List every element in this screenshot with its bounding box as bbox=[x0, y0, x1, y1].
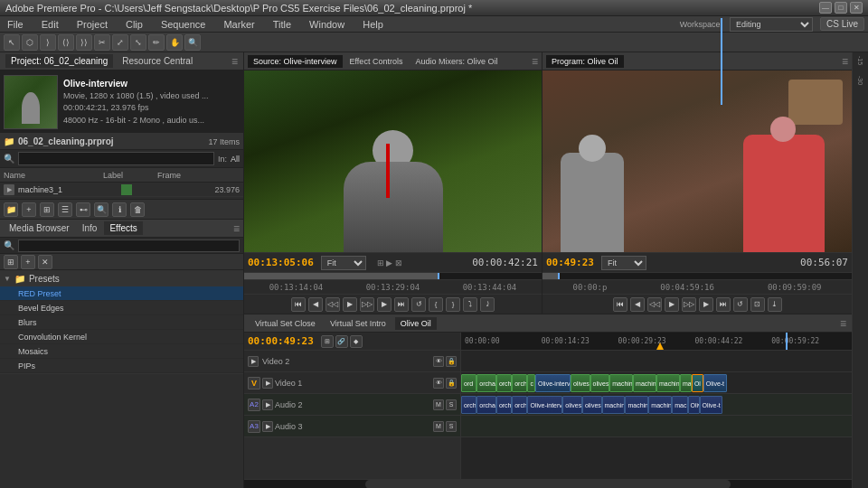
tool-hand[interactable]: ✋ bbox=[166, 34, 183, 51]
tab-program[interactable]: Program: Olive Oil bbox=[546, 55, 624, 68]
tab-media-browser[interactable]: Media Browser bbox=[4, 221, 75, 235]
tab-resource-central[interactable]: Resource Central bbox=[117, 54, 198, 68]
menu-window[interactable]: Window bbox=[306, 18, 348, 31]
clip-olive-interv[interactable]: Olive-interv bbox=[535, 374, 571, 392]
audio-clip-12[interactable]: Oliv bbox=[688, 396, 700, 414]
clip-machine4[interactable]: machine4 bbox=[609, 374, 633, 392]
clip-orchar1[interactable]: orchar bbox=[476, 374, 496, 392]
fast-fwd-btn[interactable]: ▷▷ bbox=[360, 297, 374, 312]
menu-title[interactable]: Title bbox=[269, 18, 295, 31]
tool-select[interactable]: ↖ bbox=[4, 34, 20, 51]
menu-sequence[interactable]: Sequence bbox=[157, 18, 210, 31]
tab-virtual-set-intro[interactable]: Virtual Set Intro bbox=[325, 317, 392, 330]
v1-eye-btn[interactable]: 👁 bbox=[433, 378, 444, 389]
a3-solo-btn[interactable]: S bbox=[446, 421, 457, 432]
clip-orchar2[interactable]: orchar bbox=[512, 374, 527, 392]
audio-clip-9[interactable]: machine3 bbox=[625, 396, 648, 414]
step-fwd-btn[interactable]: ⏭ bbox=[394, 297, 409, 312]
source-timeline-bar[interactable] bbox=[244, 272, 542, 279]
automate-button[interactable]: ⊷ bbox=[76, 202, 90, 217]
mark-out-btn[interactable]: } bbox=[446, 297, 460, 312]
menu-file[interactable]: File bbox=[4, 18, 27, 31]
new-custom-item-button[interactable]: + bbox=[21, 255, 35, 269]
audio-clip-6[interactable]: olives3_ bbox=[562, 396, 582, 414]
video1-toggle[interactable]: ▶ bbox=[262, 378, 273, 389]
tab-effect-controls[interactable]: Effect Controls bbox=[344, 55, 409, 68]
workspace-select[interactable]: Editing Color Correction Audio bbox=[730, 17, 813, 32]
prog-export-btn[interactable]: ⤓ bbox=[768, 297, 782, 312]
delete-button[interactable]: 🗑 bbox=[130, 202, 145, 217]
minimize-button[interactable]: — bbox=[819, 2, 832, 14]
link-button[interactable]: 🔗 bbox=[335, 335, 348, 348]
prev-edit-btn[interactable]: ◀ bbox=[308, 297, 323, 312]
mark-in-btn[interactable]: { bbox=[429, 297, 443, 312]
tool-rolling[interactable]: ⟨⟩ bbox=[58, 34, 74, 51]
menu-project[interactable]: Project bbox=[73, 18, 111, 31]
clip-machine1[interactable]: machine1 bbox=[656, 374, 680, 392]
snap-button[interactable]: ⊞ bbox=[321, 335, 334, 348]
clip-olives3[interactable]: olives3_ bbox=[571, 374, 590, 392]
audio3-toggle[interactable]: ▶ bbox=[262, 421, 273, 432]
next-edit-btn[interactable]: ▶ bbox=[377, 297, 392, 312]
info-button[interactable]: ℹ bbox=[112, 202, 127, 217]
prog-step-back-btn[interactable]: ⏮ bbox=[613, 297, 627, 312]
play-btn[interactable]: ▶ bbox=[343, 297, 357, 312]
close-button[interactable]: ✕ bbox=[850, 2, 863, 14]
insert-btn[interactable]: ⤵ bbox=[463, 297, 477, 312]
prog-prev-btn[interactable]: ◀ bbox=[630, 297, 645, 312]
clip-machine3[interactable]: machine3 bbox=[633, 374, 656, 392]
step-back-btn[interactable]: ⏮ bbox=[291, 297, 306, 312]
effect-item-bevel-edges[interactable]: Bevel Edges bbox=[0, 301, 243, 315]
menu-edit[interactable]: Edit bbox=[38, 18, 62, 31]
audio-clip-13[interactable]: Olive-t bbox=[700, 396, 723, 414]
video2-toggle[interactable]: ▶ bbox=[248, 356, 259, 367]
effects-search-input[interactable] bbox=[18, 239, 240, 252]
maximize-button[interactable]: □ bbox=[835, 2, 847, 14]
v1-lock-btn[interactable]: 🔒 bbox=[446, 378, 457, 389]
tool-ripple[interactable]: ⟩ bbox=[40, 34, 56, 51]
tool-rate[interactable]: ⟩⟩ bbox=[76, 34, 92, 51]
v2-lock-btn[interactable]: 🔒 bbox=[446, 356, 457, 367]
a2-solo-btn[interactable]: S bbox=[446, 399, 457, 410]
clip-ord1[interactable]: ord bbox=[461, 374, 476, 392]
prog-ffwd-btn[interactable]: ▷▷ bbox=[682, 297, 696, 312]
rewind-btn[interactable]: ◁◁ bbox=[326, 297, 340, 312]
clip-mac[interactable]: mac bbox=[680, 374, 692, 392]
audio-clip-7[interactable]: olives2_1 bbox=[582, 396, 602, 414]
tool-slide[interactable]: ⤡ bbox=[130, 34, 146, 51]
search-input[interactable] bbox=[18, 152, 214, 165]
presets-header[interactable]: ▼ 📁 Presets bbox=[0, 270, 243, 286]
audio-clip-3[interactable]: orcha bbox=[496, 396, 512, 414]
list-item[interactable]: ▶ machine3_1 23.976 bbox=[0, 183, 243, 197]
audio-clip-5[interactable]: Olive-intervio bbox=[527, 396, 562, 414]
a3-mute-btn[interactable]: M bbox=[433, 421, 444, 432]
audio-clip-10[interactable]: machine1 bbox=[648, 396, 672, 414]
new-custom-bin-button[interactable]: ⊞ bbox=[4, 255, 18, 269]
v2-eye-btn[interactable]: 👁 bbox=[433, 356, 444, 367]
add-marker-button[interactable]: ◆ bbox=[350, 335, 363, 348]
audio2-toggle[interactable]: ▶ bbox=[262, 399, 273, 410]
menu-help[interactable]: Help bbox=[359, 18, 387, 31]
clip-olives2[interactable]: olives2_1 bbox=[590, 374, 610, 392]
timeline-panel-menu-icon[interactable]: ≡ bbox=[840, 317, 846, 330]
clip-olive-t[interactable]: Olive-t bbox=[703, 374, 727, 392]
prog-loop-btn[interactable]: ↺ bbox=[733, 297, 748, 312]
effects-panel-menu-icon[interactable]: ≡ bbox=[233, 222, 240, 235]
overwrite-btn[interactable]: ⤸ bbox=[480, 297, 495, 312]
clip-orcha1[interactable]: orcha bbox=[496, 374, 512, 392]
effect-item-red-preset[interactable]: RED Preset bbox=[0, 286, 243, 301]
tab-info[interactable]: Info bbox=[77, 221, 103, 235]
prog-play-btn[interactable]: ▶ bbox=[665, 297, 679, 312]
new-item-button[interactable]: + bbox=[22, 202, 36, 217]
timeline-scrollbar[interactable] bbox=[244, 479, 852, 488]
tool-slip[interactable]: ⤢ bbox=[112, 34, 128, 51]
clip-ol[interactable]: Ol bbox=[692, 374, 703, 392]
scrollbar-thumb[interactable] bbox=[365, 480, 730, 488]
tab-audio-mixers[interactable]: Audio Mixers: Olive Oil bbox=[410, 55, 503, 68]
tab-effects[interactable]: Effects bbox=[104, 221, 142, 235]
a2-mute-btn[interactable]: M bbox=[433, 399, 444, 410]
tab-source[interactable]: Source: Olive-interview bbox=[248, 55, 343, 68]
audio-clip-1[interactable]: orchar bbox=[461, 396, 476, 414]
effect-item-convolution[interactable]: Convolution Kernel bbox=[0, 330, 243, 344]
audio-clip-11[interactable]: machir bbox=[672, 396, 687, 414]
